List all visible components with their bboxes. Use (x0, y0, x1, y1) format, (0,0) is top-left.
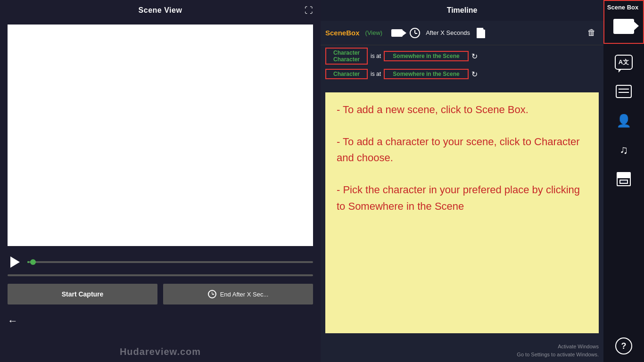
dialog-line-1 (619, 89, 629, 90)
right-sidebar: Scene Box A文 👤 ♫ ? (603, 0, 644, 362)
floppy-top (618, 173, 630, 178)
expand-icon[interactable]: ⛶ (305, 6, 313, 16)
floppy-bottom (619, 180, 628, 184)
dialog-line-2 (619, 92, 629, 93)
scene-canvas (8, 25, 313, 246)
is-at-text-2: is at (371, 71, 381, 77)
progress-dot (30, 259, 36, 265)
character-box-2[interactable]: Character (325, 69, 368, 79)
play-button[interactable] (8, 255, 23, 270)
character-box-1[interactable]: CharacterCharacter (325, 48, 368, 65)
scene-view-header: Scene View ⛶ (0, 0, 321, 21)
timeline-bar[interactable] (8, 274, 313, 276)
delete-toolbar-button[interactable]: 🗑 (585, 26, 599, 40)
document-toolbar-icon[interactable] (474, 26, 488, 40)
refresh-icon-2[interactable]: ↻ (471, 70, 478, 79)
clock-icon (208, 290, 216, 298)
scene-location-box-1[interactable]: Somewhere in the Scene (384, 51, 469, 61)
scene-box-section: Scene Box (603, 0, 644, 44)
sidebar-item-save[interactable] (611, 166, 636, 192)
scene-box-label: SceneBox (325, 29, 360, 37)
refresh-icon-1[interactable]: ↻ (471, 52, 478, 61)
video-icon (391, 29, 403, 37)
is-at-text-1: is at (371, 53, 381, 59)
watermark: Hudareview.com (120, 346, 201, 357)
scene-location-box-2[interactable]: Somewhere in the Scene (384, 69, 469, 79)
sidebar-scene-box-button[interactable] (611, 14, 636, 39)
text-speech-icon: A文 (615, 55, 633, 70)
activate-windows-text: Activate WindowsGo to Settings to activa… (517, 344, 599, 357)
save-floppy-icon (617, 172, 631, 186)
sidebar-item-text[interactable]: A文 (611, 49, 636, 75)
person-icon: 👤 (616, 114, 631, 128)
view-label: (View) (365, 29, 383, 36)
end-after-label: End After X Sec... (220, 291, 269, 298)
playback-controls (0, 250, 321, 279)
end-after-button[interactable]: End After X Sec... (163, 284, 313, 304)
scene-view-title: Scene View (139, 6, 182, 15)
clock-icon-large (410, 28, 420, 38)
progress-fill (27, 261, 29, 263)
instruction-box: - To add a new scene, click to Scene Box… (325, 92, 599, 333)
sidebar-item-dialog[interactable] (611, 79, 636, 104)
speech-tail-icon (619, 69, 622, 73)
sidebar-scene-box-label: Scene Box (607, 3, 638, 12)
timeline-header: Timeline (321, 0, 603, 21)
trash-icon: 🗑 (587, 28, 596, 38)
text-icon-label: A文 (619, 58, 629, 66)
sidebar-item-music[interactable]: ♫ (611, 137, 636, 163)
capture-row: Start Capture End After X Sec... (0, 279, 321, 309)
sidebar-item-character[interactable]: 👤 (611, 108, 636, 133)
timeline-toolbar: SceneBox (View) After X Seconds 🗑 (321, 21, 603, 45)
clock-toolbar-icon[interactable] (408, 26, 422, 40)
playback-row (8, 255, 313, 270)
scene-box-video-icon (613, 19, 634, 34)
table-row: CharacterCharacter is at Somewhere in th… (325, 48, 599, 64)
back-button[interactable]: ← (0, 309, 321, 333)
after-x-label: After X Seconds (426, 29, 470, 36)
music-note-icon: ♫ (619, 143, 628, 156)
timeline-rows: CharacterCharacter is at Somewhere in th… (321, 45, 603, 85)
video-camera-toolbar-icon[interactable] (390, 26, 404, 40)
back-arrow-icon: ← (8, 315, 18, 327)
activate-windows-notice: Activate WindowsGo to Settings to activa… (321, 341, 603, 362)
table-row: Character is at Somewhere in the Scene ↻ (325, 66, 599, 82)
question-mark-icon: ? (621, 341, 627, 351)
help-button[interactable]: ? (615, 337, 632, 354)
left-panel: Scene View ⛶ Start Capture End After X S… (0, 0, 321, 362)
instruction-text: - To add a new scene, click to Scene Box… (337, 102, 587, 214)
start-capture-button[interactable]: Start Capture (8, 284, 157, 304)
dialog-box-icon (616, 85, 632, 98)
progress-track[interactable] (27, 261, 313, 263)
video-arrow-icon (634, 22, 639, 30)
middle-panel: Timeline SceneBox (View) After X Seconds… (321, 0, 603, 362)
play-triangle-icon (10, 256, 20, 268)
timeline-title: Timeline (447, 6, 478, 15)
document-icon (477, 28, 485, 38)
